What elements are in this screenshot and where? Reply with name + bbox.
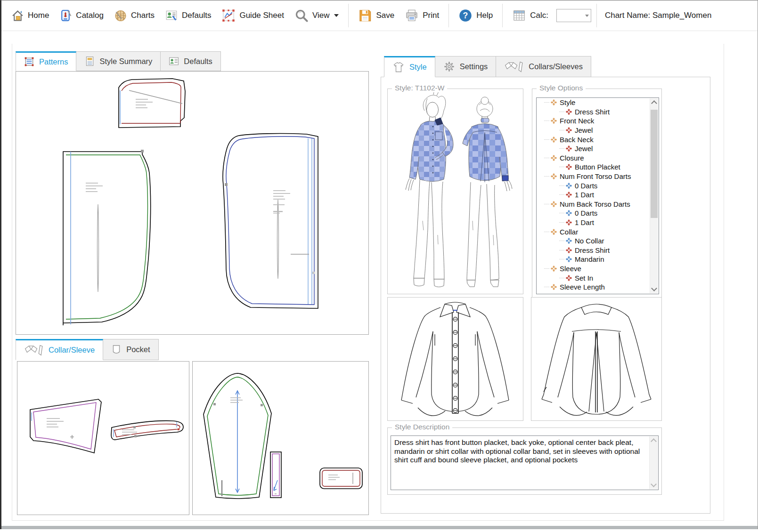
tree-item-label: Dress Shirt [575, 108, 610, 116]
style-description-text: Dress shirt has front button placket, ba… [394, 438, 652, 465]
tab-style[interactable]: Style [384, 56, 435, 77]
pattern-piece-sleeve[interactable] [204, 373, 271, 499]
help-icon: ? [458, 8, 473, 23]
tree-item-set-in[interactable]: Set In [537, 273, 659, 282]
tree-connector [544, 287, 549, 287]
tree-connector [544, 158, 549, 158]
home-button[interactable]: Home [7, 8, 53, 24]
style-description-legend: Style Description [392, 423, 452, 431]
toolbar-separator [596, 4, 597, 27]
tree-connector [559, 278, 564, 278]
tree-item-0-darts[interactable]: 0 Darts [537, 209, 659, 218]
tree-item-style[interactable]: Style [537, 98, 659, 107]
tree-connector [544, 121, 549, 121]
tree-item-jewel[interactable]: Jewel [537, 144, 659, 153]
tree-node-icon [551, 137, 557, 143]
guide-sheet-button[interactable]: Guide Sheet [217, 7, 288, 24]
save-button[interactable]: Save [354, 7, 399, 24]
tree-node-icon [566, 183, 572, 189]
pattern-piece-sleeve-placket[interactable] [270, 452, 281, 498]
scroll-up-button[interactable] [650, 436, 658, 444]
charts-button[interactable]: Charts [110, 7, 159, 24]
right-tab-bar: Style Settings Collars/Sleeves [384, 56, 591, 77]
tree-item-label: Set In [575, 274, 593, 282]
tree-item-dress-shirt[interactable]: Dress Shirt [537, 246, 659, 255]
tab-collars-sleeves[interactable]: Collars/Sleeves [496, 56, 591, 77]
tree-item-closure[interactable]: Closure [537, 153, 659, 163]
tree-item-no-collar[interactable]: No Collar [537, 236, 659, 246]
tree-node-icon [566, 192, 572, 198]
tree-item-num-front-torso-darts[interactable]: Num Front Torso Darts [537, 172, 659, 181]
tree-connector [559, 185, 564, 186]
calc-button[interactable]: Calc: [508, 7, 553, 24]
tree-node-icon [566, 275, 572, 281]
tab-patterns[interactable]: Patterns [16, 51, 76, 71]
chart-name-label: Chart Name: Sample_Women [605, 11, 711, 20]
gear-icon [443, 61, 455, 73]
pattern-piece-front[interactable] [63, 150, 150, 325]
defaults-icon [165, 9, 178, 22]
pattern-piece-collar-band[interactable] [111, 421, 183, 440]
collar-sleeve-tab-bar: Collar/Sleeve Pocket [16, 339, 159, 360]
pattern-piece-cuff[interactable] [320, 468, 362, 489]
pattern-piece-back[interactable] [223, 134, 318, 308]
tree-item-label: No Collar [575, 237, 604, 245]
tree-node-icon [566, 127, 572, 133]
style-summary-icon [84, 56, 95, 66]
defaults-button[interactable]: Defaults [161, 7, 215, 24]
tree-connector [559, 213, 564, 213]
calc-combobox[interactable] [556, 9, 591, 22]
tree-node-icon [551, 99, 557, 105]
style-options-scrollbar[interactable] [650, 98, 658, 293]
tab-pocket[interactable]: Pocket [103, 339, 158, 360]
tree-node-icon [566, 238, 572, 244]
tree-item-1-dart[interactable]: 1 Dart [537, 218, 659, 227]
tree-item-front-neck[interactable]: Front Neck [537, 116, 659, 126]
help-button[interactable]: ? Help [454, 7, 497, 24]
tree-item-label: 0 Darts [575, 209, 597, 217]
tree-item-label: 0 Darts [575, 182, 597, 190]
tree-item-sleeve[interactable]: Sleeve [537, 264, 659, 274]
tree-connector [544, 232, 549, 232]
shirt-front-view [387, 297, 523, 421]
tree-connector [559, 222, 564, 223]
pattern-piece-collar[interactable] [30, 399, 101, 453]
tab-style-summary[interactable]: Style Summary [76, 51, 161, 71]
tree-item-num-back-torso-darts[interactable]: Num Back Torso Darts [537, 200, 659, 209]
tree-item-jewel[interactable]: Jewel [537, 126, 659, 135]
tree-item-label: Dress Shirt [575, 246, 610, 254]
tree-item-collar[interactable]: Collar [537, 227, 659, 236]
catalog-button[interactable]: Catalog [55, 8, 108, 24]
pattern-canvas[interactable] [16, 71, 369, 335]
scrollbar-thumb[interactable] [651, 110, 658, 218]
style-illustration-group: Style: T1102-W [387, 89, 523, 294]
tab-collar-sleeve[interactable]: Collar/Sleeve [16, 339, 103, 360]
tab-defaults[interactable]: Defaults [161, 51, 221, 71]
style-options-listbox[interactable]: StyleDress ShirtFront NeckJewelBack Neck… [536, 97, 659, 294]
tree-item-dress-shirt[interactable]: Dress Shirt [537, 107, 659, 117]
tree-node-icon [566, 256, 572, 262]
tree-item-sleeve-length[interactable]: Sleeve Length [537, 282, 659, 292]
chevron-down-icon [651, 285, 657, 291]
style-description-textbox[interactable]: Dress shirt has front button placket, ba… [391, 435, 659, 490]
tab-settings[interactable]: Settings [435, 56, 497, 77]
description-scrollbar[interactable] [649, 436, 658, 489]
tree-node-icon [566, 247, 572, 253]
guide-sheet-icon [221, 8, 236, 23]
scroll-up-button[interactable] [650, 98, 658, 106]
tree-item-0-darts[interactable]: 0 Darts [537, 181, 659, 190]
print-button[interactable]: Print [400, 7, 443, 24]
tree-connector [559, 112, 564, 112]
view-button[interactable]: View [290, 7, 343, 24]
collar-canvas[interactable] [17, 361, 189, 515]
pattern-piece-yoke[interactable] [119, 79, 185, 128]
tree-item-1-dart[interactable]: 1 Dart [537, 190, 659, 200]
tree-item-mandarin[interactable]: Mandarin [537, 255, 659, 264]
tree-item-button-placket[interactable]: Button Placket [537, 162, 659, 172]
tree-item-label: Num Back Torso Darts [560, 200, 630, 208]
scroll-down-button[interactable] [650, 481, 658, 489]
scroll-down-button[interactable] [650, 285, 658, 293]
sleeve-canvas[interactable] [192, 361, 369, 515]
fashion-illustration [388, 89, 523, 293]
tree-item-back-neck[interactable]: Back Neck [537, 135, 659, 144]
